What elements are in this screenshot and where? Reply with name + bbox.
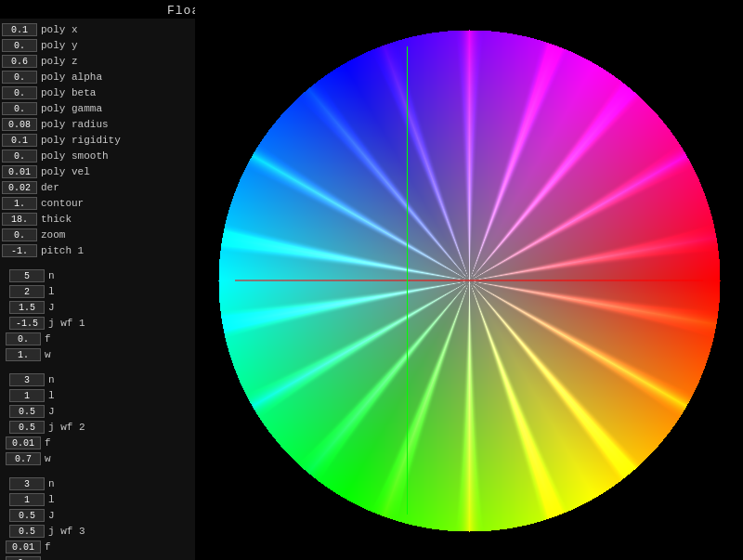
param-row: 0.poly y bbox=[2, 38, 202, 53]
param-row: 0.02der bbox=[2, 180, 202, 195]
wf2-rows-lbl-2: J bbox=[48, 406, 55, 417]
param-label-poly-smooth: poly smooth bbox=[41, 150, 109, 162]
wf2-w-value[interactable]: 0.7 bbox=[6, 452, 41, 465]
wf3-f-value[interactable]: 0.01 bbox=[6, 540, 41, 553]
wf2-rows: 3n1l0.5J0.5j wf 2 bbox=[6, 372, 202, 435]
wf2-rows-val-3[interactable]: 0.5 bbox=[9, 421, 45, 434]
wf2-rows-val-2[interactable]: 0.5 bbox=[9, 405, 45, 418]
param-value-zoom[interactable]: 0. bbox=[2, 228, 37, 241]
wf1-rows-val-2[interactable]: 1.5 bbox=[9, 301, 45, 314]
wf3-w-value[interactable]: 0. bbox=[6, 556, 41, 560]
param-row: 0.6poly z bbox=[2, 54, 202, 69]
wf1-w-label: w bbox=[45, 349, 51, 360]
param-label-pitch-1: pitch 1 bbox=[41, 245, 84, 256]
param-value-poly-beta[interactable]: 0. bbox=[2, 86, 37, 99]
wf-row: 2l bbox=[6, 284, 202, 299]
wf1-w-row: 1. w bbox=[6, 347, 202, 362]
wf2-f-label: f bbox=[45, 437, 51, 449]
param-value-der[interactable]: 0.02 bbox=[2, 181, 37, 194]
param-row: 0.poly alpha bbox=[2, 70, 202, 85]
wf1-f-value[interactable]: 0. bbox=[6, 332, 41, 345]
param-label-poly-beta: poly beta bbox=[41, 87, 96, 98]
wf3-rows-lbl-2: J bbox=[48, 510, 55, 521]
param-row: -1.pitch 1 bbox=[2, 243, 202, 258]
wf1-title-row: 0. f bbox=[6, 332, 202, 346]
wf3-rows-lbl-3: j wf 3 bbox=[48, 526, 85, 537]
wf-row: 3n bbox=[6, 372, 202, 387]
wf-row: 1l bbox=[6, 492, 202, 507]
color-wheel-container[interactable] bbox=[195, 0, 743, 560]
wf3-rows-val-3[interactable]: 0.5 bbox=[9, 525, 45, 538]
wf-row: 0.5J bbox=[6, 508, 202, 523]
wf3-w-row: 0. w bbox=[6, 555, 202, 560]
wf2-section: 3n1l0.5J0.5j wf 2 0.01 f 0.7 w bbox=[2, 372, 202, 466]
wf1-rows-val-1[interactable]: 2 bbox=[9, 285, 45, 298]
param-value-poly-rigidity[interactable]: 0.1 bbox=[2, 134, 37, 147]
param-row: 0.1poly rigidity bbox=[2, 133, 202, 148]
wf3-rows-val-2[interactable]: 0.5 bbox=[9, 509, 45, 522]
param-value-poly-radius[interactable]: 0.08 bbox=[2, 118, 37, 131]
param-value-poly-smooth[interactable]: 0. bbox=[2, 150, 37, 163]
param-row: 0.zoom bbox=[2, 228, 202, 242]
wf2-rows-val-0[interactable]: 3 bbox=[9, 373, 45, 386]
wf1-rows-lbl-3: j wf 1 bbox=[48, 318, 85, 329]
param-value-poly-vel[interactable]: 0.01 bbox=[2, 165, 37, 178]
wf1-w-value[interactable]: 1. bbox=[6, 348, 41, 361]
wf1-f-label: f bbox=[45, 333, 51, 345]
param-value-poly-x[interactable]: 0.1 bbox=[2, 23, 37, 36]
param-row: 18.thick bbox=[2, 212, 202, 227]
param-label-thick: thick bbox=[41, 214, 72, 225]
param-value-thick[interactable]: 18. bbox=[2, 213, 37, 226]
param-label-poly-alpha: poly alpha bbox=[41, 72, 102, 83]
wf1-rows-lbl-1: l bbox=[48, 286, 55, 297]
params-list: 0.1poly x0.poly y0.6poly z0.poly alpha0.… bbox=[2, 22, 202, 258]
param-value-poly-alpha[interactable]: 0. bbox=[2, 71, 37, 84]
wf3-rows-val-0[interactable]: 3 bbox=[9, 477, 45, 490]
crosshair-horizontal bbox=[235, 280, 703, 280]
wf1-rows-val-0[interactable]: 5 bbox=[9, 269, 45, 282]
wf1-rows: 5n2l1.5J-1.5j wf 1 bbox=[6, 268, 202, 331]
param-value-poly-z[interactable]: 0.6 bbox=[2, 55, 37, 68]
wf1-rows-lbl-0: n bbox=[48, 270, 55, 281]
param-value-contour[interactable]: 1. bbox=[2, 197, 37, 210]
param-label-poly-z: poly z bbox=[41, 56, 78, 67]
wheel-canvas[interactable] bbox=[209, 20, 729, 540]
wf-row: 0.5J bbox=[6, 404, 202, 419]
wf3-title-row: 0.01 f bbox=[6, 540, 202, 554]
param-label-poly-gamma: poly gamma bbox=[41, 103, 102, 114]
wf-row: 1l bbox=[6, 388, 202, 403]
wf2-rows-val-1[interactable]: 1 bbox=[9, 389, 45, 402]
wf3-rows-lbl-1: l bbox=[48, 494, 55, 505]
param-row: 0.08poly radius bbox=[2, 117, 202, 132]
wf-row: -1.5j wf 1 bbox=[6, 316, 202, 331]
param-label-contour: contour bbox=[41, 198, 84, 209]
param-row: 0.poly beta bbox=[2, 85, 202, 100]
param-label-poly-radius: poly radius bbox=[41, 119, 109, 130]
param-row: 0.poly smooth bbox=[2, 149, 202, 163]
param-label-poly-y: poly y bbox=[41, 40, 78, 51]
param-label-poly-rigidity: poly rigidity bbox=[41, 135, 121, 146]
param-value-poly-y[interactable]: 0. bbox=[2, 39, 37, 52]
wf2-title-row: 0.01 f bbox=[6, 436, 202, 450]
param-label-poly-x: poly x bbox=[41, 24, 78, 35]
param-value-pitch-1[interactable]: -1. bbox=[2, 244, 37, 257]
wf3-rows: 3n1l0.5J0.5j wf 3 bbox=[6, 476, 202, 539]
param-value-poly-gamma[interactable]: 0. bbox=[2, 102, 37, 115]
wf1-rows-lbl-2: J bbox=[48, 302, 55, 313]
param-label-der: der bbox=[41, 182, 59, 193]
left-panel: 0.1poly x0.poly y0.6poly z0.poly alpha0.… bbox=[0, 19, 204, 560]
wf3-rows-val-1[interactable]: 1 bbox=[9, 493, 45, 506]
wf3-section: 3n1l0.5J0.5j wf 3 0.01 f 0. w bbox=[2, 476, 202, 560]
param-row: 0.1poly x bbox=[2, 22, 202, 37]
param-row: 0.poly gamma bbox=[2, 101, 202, 116]
wf2-f-value[interactable]: 0.01 bbox=[6, 436, 41, 449]
wf1-rows-val-3[interactable]: -1.5 bbox=[9, 317, 45, 330]
wf2-rows-lbl-3: j wf 2 bbox=[48, 422, 85, 433]
wf1-section: 5n2l1.5J-1.5j wf 1 0. f 1. w bbox=[2, 268, 202, 362]
wf2-rows-lbl-1: l bbox=[48, 390, 55, 401]
param-row: 0.01poly vel bbox=[2, 164, 202, 179]
wf-row: 1.5J bbox=[6, 300, 202, 315]
wf-row: 0.5j wf 3 bbox=[6, 524, 202, 539]
param-label-poly-vel: poly vel bbox=[41, 166, 90, 177]
wf-row: 3n bbox=[6, 476, 202, 491]
